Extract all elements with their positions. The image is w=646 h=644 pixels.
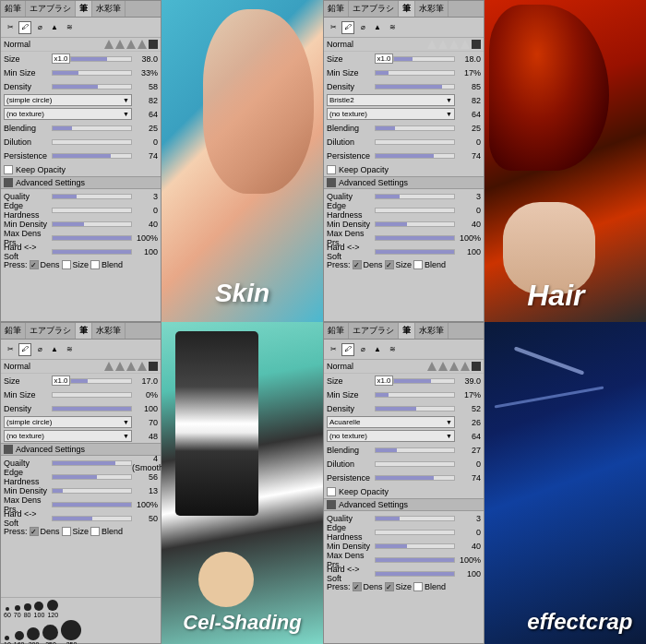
hard-soft-slider-q2[interactable] bbox=[375, 249, 455, 255]
dropdown1-q3[interactable]: (simple circle) ▼ bbox=[4, 416, 132, 428]
dropdown2-q4[interactable]: (no texture) ▼ bbox=[327, 430, 455, 442]
size-slider-q2[interactable] bbox=[393, 56, 455, 62]
brush-icon-5-q3[interactable]: ≋ bbox=[63, 343, 76, 356]
tab-brush-q1[interactable]: 筆 bbox=[76, 1, 92, 17]
edge-hardness-slider-q4[interactable] bbox=[375, 530, 455, 535]
edge-hardness-slider-q1[interactable] bbox=[52, 208, 132, 213]
dropdown2-q3[interactable]: (no texture) ▼ bbox=[4, 430, 132, 442]
brush-icon-4-q4[interactable]: ▲ bbox=[371, 343, 384, 356]
tab-watercolor-q1[interactable]: 水彩筆 bbox=[92, 1, 126, 17]
keep-opacity-check-q2[interactable] bbox=[327, 165, 336, 174]
brush-icon-5-q4[interactable]: ≋ bbox=[386, 343, 399, 356]
brush-icon-1-q3[interactable]: ✂ bbox=[4, 343, 17, 356]
size-multiplier-q3[interactable]: x1.0 bbox=[52, 376, 70, 386]
tab-airbrush-q1[interactable]: エアブラシ bbox=[26, 1, 76, 17]
dropdown1-q2[interactable]: Bristle2 ▼ bbox=[327, 94, 455, 106]
press-blend-check-q4[interactable] bbox=[413, 582, 423, 591]
edge-hardness-slider-q2[interactable] bbox=[375, 208, 455, 213]
brush-icon-1-q2[interactable]: ✂ bbox=[327, 21, 340, 34]
tab-brush-q2[interactable]: 筆 bbox=[399, 1, 415, 17]
quality-slider-q1[interactable] bbox=[52, 194, 132, 199]
press-size-check-q4[interactable]: ✓ bbox=[385, 582, 394, 591]
brush-icon-3-q1[interactable]: ⌀ bbox=[33, 21, 46, 34]
hard-soft-slider-q1[interactable] bbox=[52, 249, 132, 255]
dropdown1-q4[interactable]: Acuarelle ▼ bbox=[327, 416, 455, 428]
density-slider-q2[interactable] bbox=[375, 84, 455, 89]
brush-icon-4-q2[interactable]: ▲ bbox=[371, 21, 384, 34]
press-dens-check-q1[interactable]: ✓ bbox=[30, 260, 39, 269]
brush-icon-2-q4[interactable]: 🖊 bbox=[341, 343, 354, 356]
quality-slider-q2[interactable] bbox=[375, 194, 455, 199]
keep-opacity-check-q1[interactable] bbox=[4, 165, 13, 174]
brush-icon-5-q1[interactable]: ≋ bbox=[63, 21, 76, 34]
quality-slider-q3[interactable] bbox=[52, 460, 132, 466]
brush-icon-3-q2[interactable]: ⌀ bbox=[356, 21, 369, 34]
minsize-slider-q4[interactable] bbox=[375, 392, 455, 398]
tab-pencil-q1[interactable]: 鉛筆 bbox=[1, 1, 26, 17]
min-density-slider-q3[interactable] bbox=[52, 488, 132, 494]
tab-pencil-q4[interactable]: 鉛筆 bbox=[324, 323, 349, 339]
max-dens-prs-slider-q4[interactable] bbox=[375, 557, 455, 563]
dropdown2-q1[interactable]: (no texture) ▼ bbox=[4, 108, 132, 120]
blending-slider-q4[interactable] bbox=[375, 447, 455, 453]
quality-slider-q4[interactable] bbox=[375, 516, 455, 521]
min-density-slider-q2[interactable] bbox=[375, 221, 455, 227]
tab-brush-q4[interactable]: 筆 bbox=[399, 323, 415, 339]
press-dens-check-q2[interactable]: ✓ bbox=[353, 260, 362, 269]
persistence-slider-q4[interactable] bbox=[375, 475, 455, 481]
edge-hardness-slider-q3[interactable] bbox=[52, 474, 132, 480]
tab-airbrush-q3[interactable]: エアブラシ bbox=[26, 323, 76, 339]
minsize-slider-q1[interactable] bbox=[52, 70, 132, 76]
max-dens-prs-slider-q1[interactable] bbox=[52, 235, 132, 241]
brush-icon-1-q1[interactable]: ✂ bbox=[4, 21, 17, 34]
dilution-slider-q2[interactable] bbox=[375, 139, 455, 145]
persistence-slider-q2[interactable] bbox=[375, 153, 455, 159]
tab-watercolor-q3[interactable]: 水彩筆 bbox=[92, 323, 126, 339]
minsize-slider-q2[interactable] bbox=[375, 70, 455, 76]
size-slider-q3[interactable] bbox=[70, 378, 132, 384]
brush-icon-4-q3[interactable]: ▲ bbox=[48, 343, 61, 356]
tab-watercolor-q4[interactable]: 水彩筆 bbox=[415, 323, 449, 339]
max-dens-prs-slider-q2[interactable] bbox=[375, 235, 455, 241]
density-slider-q1[interactable] bbox=[52, 84, 132, 89]
size-multiplier-q1[interactable]: x1.0 bbox=[52, 54, 70, 64]
density-slider-q4[interactable] bbox=[375, 406, 455, 411]
size-slider-q4[interactable] bbox=[393, 378, 455, 384]
size-multiplier-q4[interactable]: x1.0 bbox=[375, 376, 393, 386]
keep-opacity-check-q4[interactable] bbox=[327, 487, 336, 496]
tab-airbrush-q4[interactable]: エアブラシ bbox=[349, 323, 399, 339]
tab-brush-q3[interactable]: 筆 bbox=[76, 323, 92, 339]
press-blend-check-q3[interactable] bbox=[90, 527, 100, 536]
tab-watercolor-q2[interactable]: 水彩筆 bbox=[415, 1, 449, 17]
brush-icon-3-q4[interactable]: ⌀ bbox=[356, 343, 369, 356]
dilution-slider-q4[interactable] bbox=[375, 461, 455, 467]
tab-pencil-q2[interactable]: 鉛筆 bbox=[324, 1, 349, 17]
dilution-slider-q1[interactable] bbox=[52, 139, 132, 145]
persistence-slider-q1[interactable] bbox=[52, 153, 132, 159]
dropdown2-q2[interactable]: (no texture) ▼ bbox=[327, 108, 455, 120]
min-density-slider-q1[interactable] bbox=[52, 221, 132, 227]
minsize-slider-q3[interactable] bbox=[52, 392, 132, 398]
dropdown1-q1[interactable]: (simple circle) ▼ bbox=[4, 94, 132, 106]
tab-pencil-q3[interactable]: 鉛筆 bbox=[1, 323, 26, 339]
size-multiplier-q2[interactable]: x1.0 bbox=[375, 54, 393, 64]
press-size-check-q2[interactable]: ✓ bbox=[385, 260, 394, 269]
press-size-check-q1[interactable] bbox=[62, 260, 71, 269]
press-blend-check-q2[interactable] bbox=[413, 260, 423, 269]
brush-icon-1-q4[interactable]: ✂ bbox=[327, 343, 340, 356]
hard-soft-slider-q3[interactable] bbox=[52, 516, 132, 521]
size-slider-q1[interactable] bbox=[70, 56, 132, 62]
blending-slider-q2[interactable] bbox=[375, 125, 455, 131]
brush-icon-2-q3[interactable]: 🖊 bbox=[18, 343, 31, 356]
brush-icon-2-q2[interactable]: 🖊 bbox=[341, 21, 354, 34]
blending-slider-q1[interactable] bbox=[52, 125, 132, 131]
min-density-slider-q4[interactable] bbox=[375, 543, 455, 549]
brush-icon-2-q1[interactable]: 🖊 bbox=[18, 21, 31, 34]
press-blend-check-q1[interactable] bbox=[90, 260, 100, 269]
brush-icon-5-q2[interactable]: ≋ bbox=[386, 21, 399, 34]
density-slider-q3[interactable] bbox=[52, 406, 132, 411]
tab-airbrush-q2[interactable]: エアブラシ bbox=[349, 1, 399, 17]
brush-icon-4-q1[interactable]: ▲ bbox=[48, 21, 61, 34]
max-dens-prs-slider-q3[interactable] bbox=[52, 502, 132, 507]
hard-soft-slider-q4[interactable] bbox=[375, 571, 455, 577]
